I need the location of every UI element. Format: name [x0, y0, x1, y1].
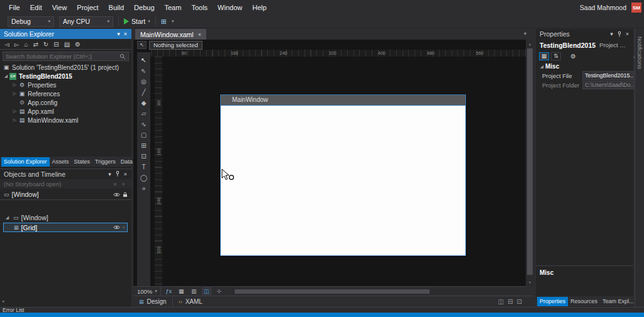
expander-icon[interactable]: ◢	[4, 215, 11, 220]
design-window-content[interactable]	[221, 105, 465, 255]
menu-tools[interactable]: Tools	[186, 0, 213, 15]
menu-edit[interactable]: Edit	[25, 0, 47, 15]
tab-design[interactable]: ⊞ Design	[133, 296, 172, 307]
alphabetical-view-icon[interactable]: ⇅	[551, 52, 561, 60]
menu-view[interactable]: View	[47, 0, 72, 15]
menu-help[interactable]: Help	[247, 0, 272, 15]
tool-zoom[interactable]: ◎	[137, 76, 150, 87]
scrollbar-thumb[interactable]	[527, 48, 533, 275]
start-debug-button[interactable]: Start ▾	[124, 18, 150, 25]
property-value-field[interactable]: TestingBlend2015...	[582, 71, 634, 80]
lock-icon[interactable]	[123, 192, 128, 197]
tab-resources[interactable]: Resources	[568, 297, 600, 306]
menu-window[interactable]: Window	[213, 0, 247, 15]
tree-row-project[interactable]: ◢ C# TestingBlend2015	[0, 72, 131, 81]
close-icon[interactable]: ×	[122, 31, 129, 37]
user-avatar[interactable]: SM	[631, 3, 641, 13]
collapse-pane-icon[interactable]: ⊡	[515, 298, 524, 305]
menu-build[interactable]: Build	[104, 0, 129, 15]
tool-border-control[interactable]: ⊡	[137, 151, 150, 162]
user-name[interactable]: Saad Mahmood	[580, 4, 626, 11]
expander-icon[interactable]: ▷	[11, 91, 18, 96]
notifications-strip[interactable]: Notifications	[635, 29, 644, 307]
search-icon[interactable]	[117, 53, 128, 60]
tool-paint-bucket[interactable]: ◆	[137, 97, 150, 108]
editor-vertical-scrollbar[interactable]: ▴ ▾	[526, 40, 534, 286]
tool-selection[interactable]: ↖	[137, 55, 150, 65]
editor-horizontal-scrollbar[interactable]	[232, 289, 521, 294]
effects-toggle-icon[interactable]: ƒx	[164, 287, 174, 295]
timeline-row-window[interactable]: ◢ ▭ [Window]	[0, 213, 131, 222]
error-list-bar[interactable]: Error List	[0, 307, 644, 313]
new-storyboard-icon[interactable]: +	[119, 181, 128, 187]
tool-grid-panel[interactable]: ⊞	[137, 140, 150, 151]
tab-list-dropdown-icon[interactable]: ▾	[524, 31, 526, 36]
show-all-files-icon[interactable]: ▤	[64, 41, 70, 48]
scroll-left-icon[interactable]: ◂	[2, 299, 4, 304]
tree-row-references[interactable]: ▷ ▣ References	[0, 89, 131, 98]
tab-properties[interactable]: Properties	[537, 297, 568, 306]
tool-rectangle[interactable]: ▢	[137, 130, 150, 140]
solution-platform-dropdown[interactable]: Any CPU ▾	[59, 16, 113, 27]
close-storyboard-icon[interactable]: ×	[111, 181, 119, 187]
properties-icon[interactable]: ⚙	[75, 41, 80, 48]
scope-row[interactable]: ▭ [Window]	[0, 189, 131, 200]
scrollbar-thumb[interactable]	[235, 289, 430, 294]
close-icon[interactable]: ×	[624, 31, 631, 37]
tree-row-mainwindow[interactable]: ▷ ▤ MainWindow.xaml	[0, 116, 131, 125]
sync-icon[interactable]: ⇄	[33, 41, 38, 48]
split-vertical-icon[interactable]: ◫	[496, 298, 506, 305]
snap-grid-toggle-icon[interactable]: ▦	[177, 287, 186, 295]
toolbar-options-icon[interactable]: ⊞	[161, 18, 167, 26]
objects-timeline-header[interactable]: Objects and Timeline ▾ ×	[0, 169, 131, 179]
tab-states[interactable]: States	[72, 157, 93, 167]
tab-assets[interactable]: Assets	[50, 157, 72, 167]
tab-data[interactable]: Data	[118, 157, 135, 167]
menu-project[interactable]: Project	[72, 0, 103, 15]
tool-eraser[interactable]: ▱	[137, 108, 150, 119]
tool-pen[interactable]: ∿	[137, 119, 150, 130]
window-position-icon[interactable]: ▾	[106, 171, 113, 177]
pin-icon[interactable]	[113, 171, 122, 177]
expander-icon[interactable]: ▷	[11, 109, 18, 114]
document-tab-mainwindow[interactable]: MainWindow.xaml ×	[135, 29, 206, 40]
scroll-down-icon[interactable]: ▾	[526, 280, 534, 284]
section-misc-header[interactable]: ◢ Misc	[536, 62, 633, 70]
breadcrumb[interactable]: Nothing selected	[149, 41, 203, 50]
artboard[interactable]: ↖ Nothing selected 80 160 240 320 400 48…	[133, 40, 526, 286]
tool-direct-selection[interactable]: ⇖	[137, 65, 150, 76]
tab-solution-explorer[interactable]: Solution Explorer	[1, 157, 50, 167]
search-input[interactable]	[3, 53, 117, 60]
snap-gridlines-toggle-icon[interactable]: ▥	[189, 287, 199, 295]
window-position-icon[interactable]: ▾	[608, 31, 615, 37]
tab-xaml[interactable]: ‹› XAML	[173, 296, 208, 307]
menu-team[interactable]: Team	[160, 0, 187, 15]
solution-explorer-header[interactable]: Solution Explorer ▾ ×	[0, 29, 131, 39]
zoom-dropdown[interactable]: 100% ▾	[137, 288, 157, 295]
tab-triggers[interactable]: Triggers	[92, 157, 118, 167]
menu-debug[interactable]: Debug	[129, 0, 159, 15]
home-icon[interactable]: ⌂	[24, 41, 28, 48]
split-horizontal-icon[interactable]: ⊟	[506, 298, 514, 305]
close-icon[interactable]: ×	[198, 31, 201, 38]
solution-configuration-dropdown[interactable]: Debug ▾	[8, 16, 54, 27]
annotations-toggle-icon[interactable]: ⊹	[214, 287, 224, 295]
visibility-eye-icon[interactable]	[113, 225, 120, 230]
wrench-icon[interactable]: ⚙	[570, 53, 576, 60]
tab-team-explorer[interactable]: Team Expl...	[600, 297, 636, 306]
tree-row-appconfig[interactable]: ⚙ App.config	[0, 98, 131, 107]
tool-text-control[interactable]: T	[137, 162, 150, 172]
timeline-row-grid[interactable]: ⊞ [Grid] ◦	[3, 223, 128, 232]
tree-row-solution[interactable]: ▣ Solution 'TestingBlend2015' (1 project…	[0, 63, 131, 72]
snaplines-toggle-icon[interactable]: ◫	[202, 287, 211, 295]
tools-more-chevron-icon[interactable]: »	[137, 183, 150, 194]
window-position-icon[interactable]: ▾	[115, 31, 122, 37]
design-canvas-window[interactable]: MainWindow	[220, 94, 466, 256]
pin-icon[interactable]	[615, 31, 624, 37]
lock-state-icon[interactable]: ◦	[123, 225, 125, 230]
tool-ellipse[interactable]: ◯	[137, 172, 150, 183]
expander-icon[interactable]: ◢	[538, 64, 545, 69]
expander-icon[interactable]: ▷	[11, 82, 18, 87]
menu-file[interactable]: File	[4, 0, 25, 15]
tree-row-appxaml[interactable]: ▷ ▤ App.xaml	[0, 107, 131, 116]
